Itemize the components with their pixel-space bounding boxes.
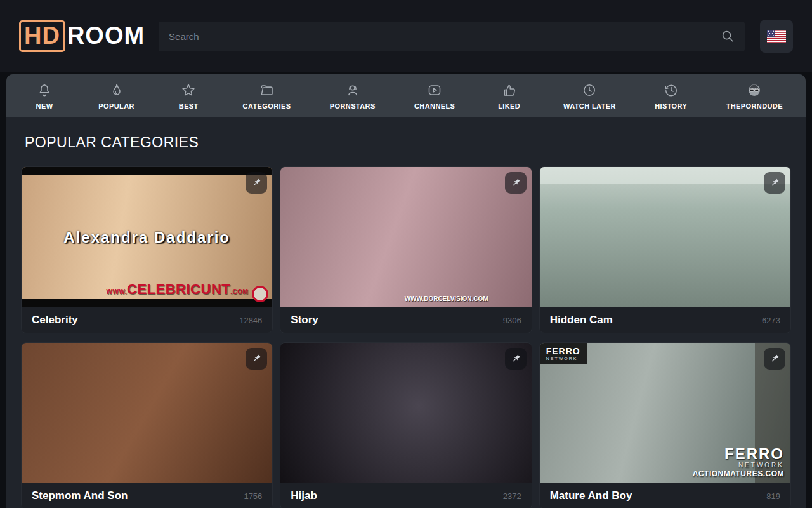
- star-icon: [181, 83, 196, 98]
- card-footer: Celebrity 12846: [22, 307, 272, 333]
- category-title: Mature And Boy: [550, 490, 632, 502]
- category-count: 6273: [762, 316, 780, 325]
- nav-label: CHANNELS: [414, 102, 455, 110]
- nav-item-history[interactable]: HISTORY: [651, 74, 691, 117]
- page-title: POPULAR CATEGORIES: [25, 134, 787, 151]
- nav-label: CATEGORIES: [243, 102, 291, 110]
- pin-button[interactable]: [764, 348, 785, 370]
- header: HD ROOM: [0, 0, 812, 72]
- thumbnail-placeholder: Alexandra Daddario WWW.CELEBRICUNT.COM: [22, 167, 272, 307]
- nav-label: LIKED: [498, 102, 520, 110]
- nav-item-liked[interactable]: LIKED: [490, 74, 528, 117]
- watermark-text: FERRO NETWORK ACTIONMATURES.COM: [693, 446, 784, 479]
- play-square-icon: [427, 83, 442, 98]
- main-nav: NEW POPULAR BEST CATEGORIES: [6, 74, 806, 117]
- us-flag-icon: [767, 30, 786, 43]
- nav-label: THEPORNDUDE: [726, 102, 783, 110]
- pushpin-icon: [769, 353, 780, 364]
- nav-label: HISTORY: [655, 102, 687, 110]
- nav-item-channels[interactable]: CHANNELS: [410, 74, 459, 117]
- person-icon: [345, 83, 360, 98]
- category-card-hijab[interactable]: Hijab 2372: [280, 342, 532, 508]
- nav-item-new[interactable]: NEW: [25, 74, 63, 117]
- site-logo[interactable]: HD ROOM: [19, 20, 145, 53]
- category-card-stepmom-and-son[interactable]: Stepmom And Son 1756: [21, 342, 273, 508]
- category-count: 9306: [503, 316, 521, 325]
- logo-room: ROOM: [67, 22, 145, 50]
- content-area: POPULAR CATEGORIES Alexandra Daddario WW…: [6, 117, 806, 508]
- nav-item-popular[interactable]: POPULAR: [95, 74, 138, 117]
- thumbnail-placeholder: [540, 167, 790, 307]
- pin-button[interactable]: [246, 172, 267, 194]
- nav-label: POPULAR: [98, 102, 134, 110]
- category-card-mature-and-boy[interactable]: FERRO NETWORK FERRO NETWORK ACTIONMATURE…: [539, 342, 791, 508]
- pin-button[interactable]: [505, 172, 527, 194]
- category-title: Stepmom And Son: [32, 490, 128, 502]
- nav-item-theporndude[interactable]: THEPORNDUDE: [723, 74, 787, 117]
- main-panel: NEW POPULAR BEST CATEGORIES: [6, 74, 806, 508]
- thumbnail-placeholder: WWW.DORCELVISION.COM: [280, 167, 531, 307]
- thumbnail-placeholder: [22, 343, 272, 483]
- pushpin-icon: [510, 177, 521, 189]
- category-title: Hijab: [291, 490, 317, 502]
- card-footer: Stepmom And Son 1756: [22, 483, 272, 508]
- nav-item-pornstars[interactable]: PORNSTARS: [326, 74, 379, 117]
- pushpin-icon: [251, 177, 262, 189]
- language-button[interactable]: [760, 20, 793, 53]
- history-icon: [664, 83, 679, 98]
- clock-icon: [582, 83, 597, 98]
- category-grid: Alexandra Daddario WWW.CELEBRICUNT.COM C…: [21, 166, 791, 508]
- thumb-up-icon: [502, 83, 517, 98]
- category-count: 12846: [239, 316, 262, 325]
- bell-icon: [37, 83, 52, 98]
- watermark-badge: [252, 286, 268, 302]
- category-count: 819: [766, 491, 780, 501]
- card-footer: Story 9306: [280, 307, 531, 333]
- pushpin-icon: [769, 177, 780, 189]
- category-card-hidden-cam[interactable]: Hidden Cam 6273: [539, 166, 791, 333]
- pushpin-icon: [251, 353, 262, 364]
- category-count: 1756: [244, 491, 262, 501]
- folder-icon: [259, 83, 275, 98]
- watermark-text: WWW.CELEBRICUNT.COM: [107, 281, 249, 298]
- nav-label: NEW: [36, 102, 53, 110]
- pin-button[interactable]: [505, 348, 527, 370]
- search-bar: [159, 22, 745, 51]
- thumbnail-caption: Alexandra Daddario: [22, 229, 272, 246]
- category-count: 2372: [503, 491, 521, 501]
- card-footer: Hidden Cam 6273: [540, 307, 790, 333]
- category-title: Hidden Cam: [550, 314, 613, 326]
- search-input[interactable]: [169, 31, 721, 42]
- category-card-story[interactable]: WWW.DORCELVISION.COM Story 9306: [280, 166, 532, 333]
- card-footer: Hijab 2372: [280, 483, 531, 508]
- category-title: Story: [291, 314, 318, 326]
- nav-item-categories[interactable]: CATEGORIES: [239, 74, 295, 117]
- logo-hd: HD: [19, 20, 65, 53]
- search-icon[interactable]: [721, 29, 735, 43]
- flame-icon: [109, 83, 124, 98]
- card-footer: Mature And Boy 819: [540, 483, 790, 508]
- thumbnail-placeholder: [280, 343, 531, 483]
- watermark-text: WWW.DORCELVISION.COM: [405, 295, 488, 302]
- porndude-icon: [747, 83, 762, 98]
- nav-item-watch-later[interactable]: WATCH LATER: [560, 74, 620, 117]
- category-card-celebrity[interactable]: Alexandra Daddario WWW.CELEBRICUNT.COM C…: [21, 166, 273, 333]
- pushpin-icon: [510, 353, 521, 364]
- nav-label: WATCH LATER: [563, 102, 616, 110]
- nav-label: PORNSTARS: [330, 102, 376, 110]
- nav-label: BEST: [179, 102, 199, 110]
- pin-button[interactable]: [764, 172, 785, 194]
- thumbnail-placeholder: FERRO NETWORK FERRO NETWORK ACTIONMATURE…: [540, 343, 790, 483]
- studio-badge: FERRO NETWORK: [540, 343, 587, 364]
- nav-item-best[interactable]: BEST: [169, 74, 207, 117]
- category-title: Celebrity: [32, 314, 78, 326]
- pin-button[interactable]: [246, 348, 267, 370]
